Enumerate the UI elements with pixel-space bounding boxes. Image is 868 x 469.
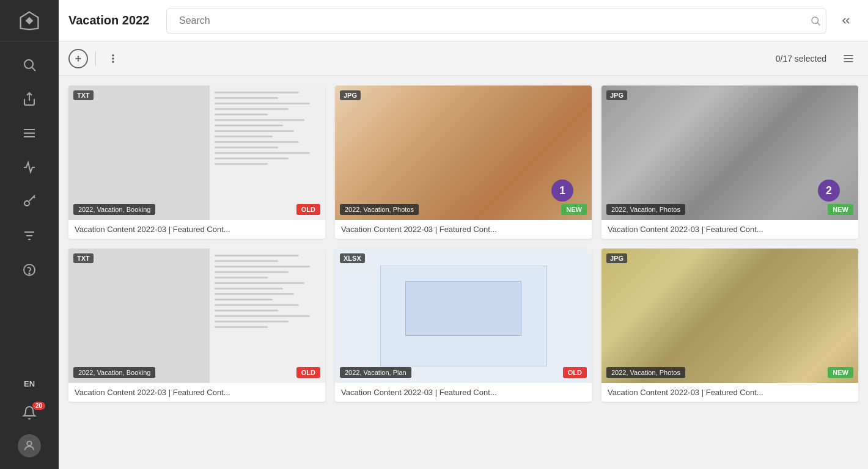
card-thumbnail: XLSX 2022, Vacation, Plan OLD (335, 249, 592, 383)
list-item[interactable]: TXT 2022, Vacation, Booking OLD Vacation… (68, 85, 325, 239)
card-thumbnail: JPG 2022, Vacation, Photos NEW 1 (335, 85, 592, 220)
main-content: Vacation 2022 0/1 (59, 0, 868, 469)
list-icon (22, 126, 37, 140)
status-badge: OLD (296, 367, 320, 378)
sidebar-item-activity[interactable] (0, 151, 59, 183)
app-logo-icon (18, 10, 40, 32)
list-item[interactable]: JPG 2022, Vacation, Photos NEW 1 Vacatio… (335, 85, 592, 239)
tags-badge: 2022, Vacation, Photos (340, 204, 419, 215)
number-badge-2: 2 (818, 180, 840, 202)
xlsx-preview (335, 249, 592, 383)
sidebar: EN 20 (0, 0, 59, 469)
tags-badge: 2022, Vacation, Photos (606, 367, 685, 378)
search-icon-topbar (810, 15, 821, 26)
status-badge: NEW (561, 204, 587, 215)
tags-badge: 2022, Vacation, Booking (73, 367, 155, 378)
svg-point-20 (112, 54, 114, 56)
card-label: Vacation Content 2022-03 | Featured Cont… (601, 383, 858, 402)
svg-line-17 (817, 23, 820, 25)
activity-icon (22, 160, 37, 175)
sidebar-avatar[interactable] (0, 430, 59, 462)
share-icon (22, 92, 37, 106)
svg-point-14 (29, 273, 29, 274)
items-grid: TXT 2022, Vacation, Booking OLD Vacation… (68, 85, 858, 402)
card-label: Vacation Content 2022-03 | Featured Cont… (601, 220, 858, 239)
card-label: Vacation Content 2022-03 | Featured Cont… (335, 220, 592, 239)
notification-badge: 20 (32, 402, 45, 410)
tags-badge: 2022, Vacation, Photos (606, 204, 685, 215)
svg-line-9 (34, 197, 35, 198)
file-type-badge: XLSX (340, 253, 365, 263)
sidebar-item-share[interactable] (0, 83, 59, 115)
card-thumbnail: TXT 2022, Vacation, Booking OLD (68, 85, 325, 220)
list-item[interactable]: TXT 2022, Vacation, Booking OLD Vacation… (68, 249, 325, 402)
sidebar-bottom: EN 20 (0, 366, 59, 469)
collapse-button[interactable] (834, 9, 858, 33)
number-badge-1: 1 (551, 180, 573, 202)
content-grid-area: TXT 2022, Vacation, Booking OLD Vacation… (59, 76, 868, 469)
bw-photo-preview (601, 85, 858, 220)
toolbar: 0/17 selected (59, 42, 868, 76)
card-label: Vacation Content 2022-03 | Featured Cont… (68, 220, 325, 239)
tags-badge: 2022, Vacation, Booking (73, 204, 155, 215)
add-button[interactable] (68, 49, 88, 68)
file-type-badge: TXT (73, 90, 94, 100)
card-label: Vacation Content 2022-03 | Featured Cont… (335, 383, 592, 402)
key-icon (22, 194, 37, 209)
file-type-badge: JPG (606, 253, 627, 263)
avatar (18, 434, 41, 457)
card-thumbnail: JPG 2022, Vacation, Photos NEW 2 (601, 85, 858, 220)
svg-point-7 (24, 201, 29, 206)
sidebar-item-list[interactable] (0, 117, 59, 149)
svg-point-15 (27, 442, 31, 446)
photo2-preview (601, 249, 858, 383)
status-badge: NEW (828, 367, 853, 378)
plus-icon (73, 54, 83, 64)
vertical-dots-icon (108, 53, 119, 64)
selection-count: 0/17 selected (776, 54, 826, 64)
page-title: Vacation 2022 (68, 13, 166, 27)
sidebar-item-search[interactable] (0, 49, 59, 81)
list-item[interactable]: JPG 2022, Vacation, Photos NEW Vacation … (601, 249, 858, 402)
card-thumbnail: JPG 2022, Vacation, Photos NEW (601, 249, 858, 383)
file-type-badge: JPG (606, 90, 627, 100)
svg-point-16 (812, 17, 818, 24)
sidebar-logo[interactable] (0, 0, 59, 42)
sidebar-item-help[interactable] (0, 254, 59, 286)
file-type-badge: TXT (73, 253, 94, 263)
sidebar-notifications[interactable]: 20 (0, 398, 59, 427)
search-bar[interactable] (166, 8, 826, 34)
tags-badge: 2022, Vacation, Plan (340, 367, 411, 378)
file-type-badge: JPG (340, 90, 361, 100)
txt-preview (68, 85, 325, 220)
chevrons-left-icon (840, 15, 852, 27)
xlsx-inner (380, 266, 547, 366)
sidebar-item-filter[interactable] (0, 220, 59, 252)
grid-menu-button[interactable] (839, 49, 858, 68)
help-icon (22, 263, 37, 277)
status-badge: OLD (296, 204, 320, 215)
search-icon (22, 57, 37, 72)
txt-preview-right (210, 249, 325, 383)
svg-line-2 (32, 68, 36, 71)
list-item[interactable]: XLSX 2022, Vacation, Plan OLD Vacation C… (335, 249, 592, 402)
topbar: Vacation 2022 (59, 0, 868, 42)
status-badge: NEW (828, 204, 853, 215)
card-label: Vacation Content 2022-03 | Featured Cont… (68, 383, 325, 402)
more-options-button[interactable] (103, 49, 123, 68)
list-item[interactable]: JPG 2022, Vacation, Photos NEW 2 Vacatio… (601, 85, 858, 239)
sidebar-language[interactable]: EN (0, 371, 59, 396)
svg-point-21 (112, 58, 114, 59)
filter-icon (22, 228, 37, 243)
txt-preview-left (68, 249, 210, 383)
sidebar-item-key[interactable] (0, 186, 59, 217)
txt-preview (68, 249, 325, 383)
svg-point-22 (112, 61, 114, 62)
menu-icon (842, 53, 855, 65)
toolbar-divider (95, 51, 96, 66)
txt-preview-right (210, 85, 325, 220)
search-input[interactable] (172, 15, 810, 26)
svg-point-1 (24, 60, 33, 68)
user-icon (23, 439, 36, 453)
card-thumbnail: TXT 2022, Vacation, Booking OLD (68, 249, 325, 383)
